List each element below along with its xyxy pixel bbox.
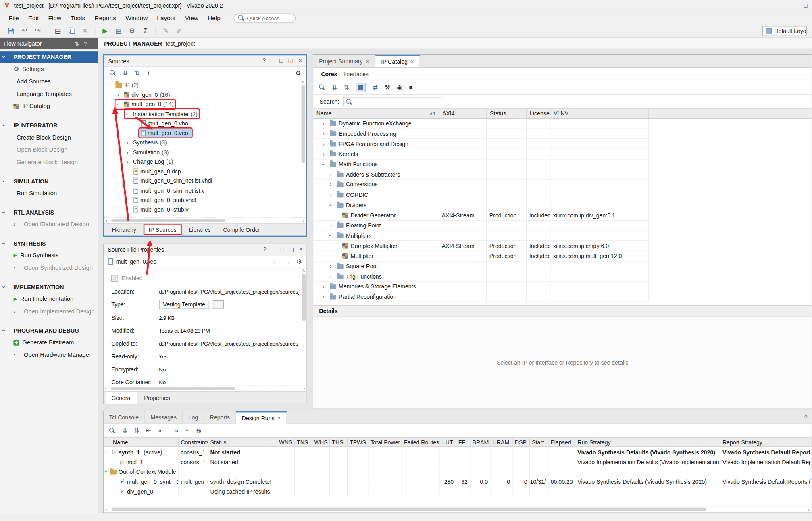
scroll-left-icon[interactable]: ‹: [106, 507, 107, 512]
flow-navigator-entry[interactable]: Settings: [0, 63, 98, 75]
repository-icon[interactable]: ◉: [397, 83, 402, 91]
ip-catalog-row[interactable]: Trig Functions: [313, 271, 649, 281]
vertical-scrollbar[interactable]: ∧: [301, 268, 306, 385]
ip-catalog-row[interactable]: Kernels: [313, 149, 649, 159]
minimize-icon[interactable]: –: [92, 41, 94, 46]
settings-icon[interactable]: ⚙: [126, 26, 137, 36]
tab[interactable]: Hierarchy: [106, 224, 142, 236]
expand-icon[interactable]: [330, 273, 335, 279]
expand-icon[interactable]: [126, 149, 131, 155]
column-header[interactable]: Name: [104, 438, 179, 446]
step-forward-icon[interactable]: »: [175, 427, 179, 434]
ip-catalog-row[interactable]: Math Functions: [313, 159, 649, 169]
tab[interactable]: Interfaces: [342, 71, 369, 77]
more-button[interactable]: …: [213, 300, 224, 308]
menu-item[interactable]: Flow: [44, 13, 66, 23]
column-header[interactable]: WHS: [312, 438, 330, 446]
column-header[interactable]: Start: [530, 438, 548, 446]
column-header[interactable]: THS: [330, 438, 348, 446]
tab[interactable]: Tcl Console: [104, 411, 145, 424]
design-run-row[interactable]: synth_1 (active) constrs_1 Not started V…: [104, 447, 812, 457]
flow-navigator-entry[interactable]: Run Implementation: [0, 293, 98, 305]
expand-icon[interactable]: [106, 469, 108, 475]
tab[interactable]: Compile Order: [217, 224, 266, 236]
expand-icon[interactable]: [323, 120, 327, 126]
scrollbar-thumb[interactable]: [111, 387, 235, 390]
vertical-scrollbar[interactable]: ∧: [300, 79, 306, 218]
design-run-row[interactable]: mult_gen_0_synth_1 mult_gen_0 synth_desi…: [104, 477, 812, 486]
help-icon[interactable]: ?: [84, 41, 87, 46]
sources-panel-header[interactable]: Sources ? – □ ◱ ×: [104, 55, 306, 67]
maximize-button[interactable]: □: [804, 2, 807, 9]
search-icon[interactable]: [109, 69, 116, 76]
scroll-right-icon[interactable]: ›: [304, 386, 305, 391]
flow-navigator-entry[interactable]: IMPLEMENTATION: [0, 281, 98, 292]
float-icon[interactable]: ◱: [289, 246, 294, 253]
source-tree-row[interactable]: mult_gen_0 (14): [104, 100, 306, 109]
ip-catalog-row[interactable]: Floating Point: [313, 221, 649, 231]
flow-navigator-entry[interactable]: Open Block Design: [0, 144, 98, 156]
scrollbar-thumb[interactable]: [112, 508, 706, 511]
ip-catalog-row[interactable]: FPGA Features and Design: [313, 139, 649, 149]
scrollbar-thumb[interactable]: [302, 85, 305, 163]
column-header[interactable]: Status: [487, 109, 527, 118]
ip-catalog-row[interactable]: CORDIC: [313, 190, 649, 200]
expand-icon[interactable]: [126, 158, 131, 165]
minimize-icon[interactable]: –: [272, 246, 275, 253]
ip-catalog-row[interactable]: Square Root: [313, 261, 649, 271]
column-header[interactable]: Total Power: [368, 438, 402, 446]
close-icon[interactable]: ×: [366, 58, 369, 64]
catalog-search-input[interactable]: [354, 98, 438, 104]
forward-icon[interactable]: →: [284, 258, 290, 265]
gear-icon[interactable]: ⚙: [296, 258, 302, 265]
float-icon[interactable]: ◱: [288, 58, 293, 65]
collapse-all-icon[interactable]: ⇅: [75, 41, 79, 46]
column-header[interactable]: WNS: [277, 438, 295, 446]
menu-item[interactable]: Help: [203, 13, 225, 23]
source-tree-row[interactable]: mult_gen_0_sim_netlist.v: [104, 185, 306, 195]
menu-item[interactable]: Edit: [23, 13, 44, 23]
stop-icon[interactable]: ■: [409, 83, 412, 91]
layout-selector[interactable]: Default Layout: [762, 26, 807, 36]
menu-item[interactable]: Reports: [90, 13, 121, 23]
source-tree-row[interactable]: Simulation (3): [104, 147, 306, 157]
column-header[interactable]: TNS: [295, 438, 312, 446]
design-run-row[interactable]: Out-of-Context Module Runs: [104, 467, 812, 476]
edit-icon[interactable]: ✎: [160, 26, 171, 36]
flow-navigator-entry[interactable]: Generate Block Design: [0, 156, 98, 169]
quick-access-search[interactable]: [233, 13, 296, 23]
restart-icon[interactable]: ⇤: [146, 427, 151, 434]
horizontal-scrollbar[interactable]: ‹ ›: [104, 217, 306, 223]
properties-panel-header[interactable]: Source File Properties ? – □ ◱ ×: [104, 244, 307, 255]
help-icon[interactable]: ?: [800, 411, 811, 424]
flow-navigator-entry[interactable]: Generate Bitstream: [0, 336, 98, 349]
tab[interactable]: Log: [183, 411, 204, 424]
back-icon[interactable]: ←: [273, 258, 279, 265]
flow-navigator-entry[interactable]: Add Sources: [0, 75, 98, 88]
ip-catalog-row[interactable]: Multiplier Production Included xilinx.co…: [313, 251, 649, 261]
copy-icon[interactable]: [66, 26, 77, 36]
ip-catalog-row[interactable]: Conversions: [313, 180, 649, 190]
source-tree-row[interactable]: mult_gen_0_stub.vhdl: [104, 195, 306, 205]
wand-icon[interactable]: ✐: [173, 26, 185, 36]
expand-icon[interactable]: [323, 131, 327, 137]
group-view-icon[interactable]: ▦: [356, 83, 366, 92]
close-icon[interactable]: ×: [299, 58, 302, 65]
run-icon[interactable]: ▶: [100, 26, 111, 36]
step-icon[interactable]: ▦: [113, 26, 124, 36]
minimize-button[interactable]: –: [792, 2, 795, 9]
flow-navigator-entry[interactable]: PROGRAM AND DEBUG: [0, 325, 98, 336]
tab[interactable]: Properties: [138, 392, 176, 404]
column-header[interactable]: FF: [456, 438, 471, 446]
gear-icon[interactable]: ⚙: [295, 69, 301, 76]
source-tree-row[interactable]: mult_gen_0.vho: [104, 119, 306, 128]
scroll-right-icon[interactable]: ›: [808, 507, 810, 512]
details-header[interactable]: Details: [313, 305, 812, 317]
maximize-icon[interactable]: □: [279, 58, 283, 65]
tools-icon[interactable]: ⚒: [385, 83, 390, 91]
ip-catalog-row[interactable]: Multipliers: [313, 231, 649, 241]
expand-icon[interactable]: [109, 82, 114, 88]
scroll-right-icon[interactable]: ›: [303, 218, 304, 223]
column-header[interactable]: Name ∧1: [313, 109, 439, 118]
expand-all-icon[interactable]: ⇅: [134, 427, 139, 434]
